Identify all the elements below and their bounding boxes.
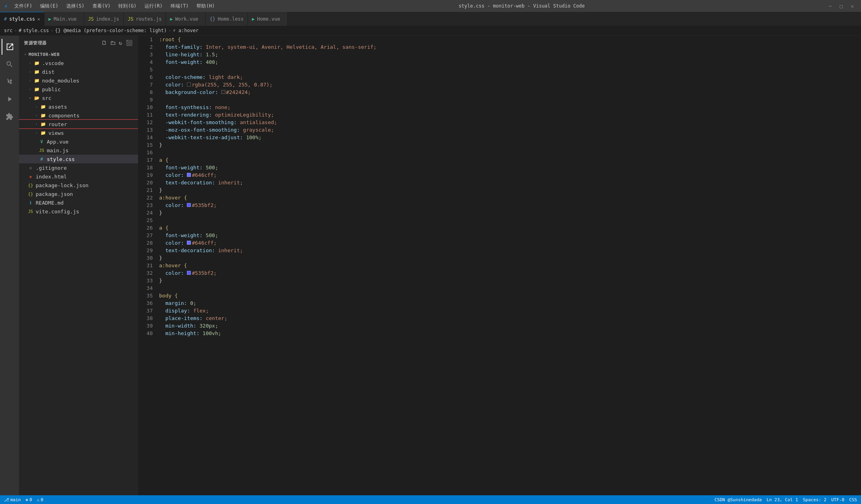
code-token: 400; — [206, 58, 218, 66]
code-line: min-width: 320px; — [159, 322, 861, 330]
status-branch[interactable]: ⎇ main — [4, 497, 21, 502]
menu-item[interactable]: 查看(V) — [89, 2, 114, 10]
collapse-icon[interactable]: ⬛ — [125, 39, 134, 47]
code-line: display: flex; — [159, 307, 861, 314]
code-token: 500; — [206, 232, 218, 239]
sidebar-root[interactable]: ▾ MONITOR-WEB — [19, 50, 138, 59]
menu-item[interactable]: 帮助(H) — [193, 2, 218, 10]
line-numbers: 1234567891011121314151617181920212223242… — [138, 36, 156, 495]
code-line: place-items: center; — [159, 314, 861, 322]
tab-work-vue[interactable]: ▶ Work.vue — [166, 12, 206, 26]
code-token: inherit; — [218, 179, 243, 186]
sidebar-item-router[interactable]: › 📁 router — [19, 120, 138, 128]
tab-home-vue[interactable]: ▶ Home.vue — [248, 12, 288, 26]
sidebar-item-gitignore[interactable]: ◇ .gitignore — [19, 163, 138, 172]
code-content[interactable]: :root { font-family: Inter, system-ui, A… — [156, 36, 861, 495]
status-cursor[interactable]: Ln 23, Col 1 — [767, 497, 798, 502]
folder-icon: 📁 — [33, 77, 40, 84]
tab-close-icon[interactable]: ✕ — [37, 17, 40, 22]
sidebar-item-style-css[interactable]: # style.css — [19, 155, 138, 163]
status-errors[interactable]: ⊗ 0 — [26, 497, 32, 502]
sidebar-item-dist[interactable]: › 📁 dist — [19, 67, 138, 76]
menu-item[interactable]: 文件(F) — [11, 2, 36, 10]
sidebar-item-package-json[interactable]: {} package.json — [19, 190, 138, 198]
new-folder-icon[interactable]: 🗀 — [109, 39, 117, 47]
line-number: 21 — [138, 186, 153, 194]
color-swatch — [187, 241, 191, 245]
code-token: text-decoration: — [159, 247, 218, 254]
code-line: text-rendering: optimizeLegibility; — [159, 111, 861, 119]
activity-search[interactable] — [2, 56, 17, 72]
breadcrumb-hash: # — [19, 28, 21, 33]
sidebar-item-vscode[interactable]: › 📁 .vscode — [19, 59, 138, 67]
activity-explorer[interactable] — [2, 39, 17, 55]
status-warnings[interactable]: ⚠ 0 — [37, 497, 43, 502]
sidebar-item-index-html[interactable]: ◈ index.html — [19, 172, 138, 181]
menu-item[interactable]: 编辑(E) — [37, 2, 62, 10]
code-line: color: rgba(255, 255, 255, 0.87); — [159, 81, 861, 88]
line-number: 11 — [138, 111, 153, 119]
sidebar-item-components[interactable]: › 📁 components — [19, 111, 138, 120]
sidebar-item-main-js[interactable]: JS main.js — [19, 146, 138, 155]
code-token: Inter, system-ui, Avenir, Helvetica, Ari… — [206, 43, 376, 51]
line-number: 24 — [138, 209, 153, 217]
refresh-icon[interactable]: ↻ — [118, 39, 123, 47]
code-token: flex; — [193, 307, 209, 314]
status-encoding[interactable]: UTF-8 — [831, 497, 844, 502]
sidebar-item-package-lock[interactable]: {} package-lock.json — [19, 181, 138, 190]
code-line: a:hover { — [159, 262, 861, 269]
sidebar-item-assets[interactable]: › 📁 assets — [19, 102, 138, 111]
sidebar-item-public[interactable]: › 📁 public — [19, 85, 138, 94]
breadcrumb-src[interactable]: src — [4, 28, 13, 33]
folder-icon: 📁 — [40, 103, 47, 110]
code-token: #242424; — [226, 88, 251, 96]
sidebar-item-app-vue[interactable]: V App.vue — [19, 137, 138, 146]
code-token: display: — [159, 307, 193, 314]
activity-source-control[interactable] — [2, 74, 17, 90]
code-token: #646cff; — [192, 239, 217, 247]
line-number: 19 — [138, 171, 153, 179]
cursor-label: Ln 23, Col 1 — [767, 497, 798, 502]
breadcrumb-media[interactable]: {} @media (prefers-color-scheme: light) — [55, 28, 167, 33]
status-language[interactable]: CSS — [849, 497, 857, 502]
line-number: 1 — [138, 36, 153, 43]
tab-label: Home.vue — [257, 16, 280, 22]
menu-item[interactable]: 选择(S) — [63, 2, 88, 10]
sidebar-item-vite-config[interactable]: JS vite.config.js — [19, 207, 138, 216]
tab-home-less[interactable]: {} Home.less — [206, 12, 248, 26]
code-token: font-synthesis: — [159, 103, 215, 111]
line-number: 18 — [138, 164, 153, 171]
menu-item[interactable]: 转到(G) — [115, 2, 140, 10]
menu-item[interactable]: 运行(R) — [141, 2, 166, 10]
tab-routes-js[interactable]: JS routes.js — [124, 12, 166, 26]
tree-item-label: main.js — [47, 148, 69, 153]
tab-style-css[interactable]: # style.css ✕ — [0, 12, 44, 26]
folder-icon: 📁 — [33, 86, 40, 92]
sidebar-actions[interactable]: 🗋 🗀 ↻ ⬛ — [100, 39, 133, 47]
code-container[interactable]: 1234567891011121314151617181920212223242… — [138, 36, 861, 495]
tab-main-vue[interactable]: ▶ Main.vue — [44, 12, 84, 26]
code-token: -webkit-text-size-adjust: — [159, 134, 246, 141]
window-controls[interactable]: ─ □ ✕ — [826, 3, 857, 9]
activity-run[interactable] — [2, 91, 17, 107]
breadcrumb-file[interactable]: style.css — [23, 28, 49, 33]
code-token: text-rendering: — [159, 111, 215, 119]
breadcrumb-ahover[interactable]: ⚡ a:hover — [173, 28, 198, 33]
sidebar-item-src[interactable]: ▾ 📂 src — [19, 94, 138, 102]
sidebar-item-node-modules[interactable]: › 📁 node_modules — [19, 76, 138, 85]
color-swatch — [187, 82, 191, 86]
tab-index-js[interactable]: JS index.js — [84, 12, 124, 26]
code-token: light dark; — [209, 73, 243, 81]
status-spaces[interactable]: Spaces: 2 — [803, 497, 826, 502]
sidebar-item-views[interactable]: › 📁 views — [19, 128, 138, 137]
code-line: color: #535bf2; — [159, 269, 861, 277]
code-token: 320px; — [200, 322, 218, 330]
menu-item[interactable]: 终端(T) — [167, 2, 192, 10]
menu-bar[interactable]: 文件(F)编辑(E)选择(S)查看(V)转到(G)运行(R)终端(T)帮助(H) — [11, 2, 218, 10]
sidebar-item-readme[interactable]: ℹ README.md — [19, 198, 138, 207]
activity-extensions[interactable] — [2, 109, 17, 125]
code-line: :root { — [159, 36, 861, 43]
line-number: 12 — [138, 119, 153, 126]
tree-item-label: dist — [42, 69, 54, 75]
new-file-icon[interactable]: 🗋 — [100, 39, 108, 47]
